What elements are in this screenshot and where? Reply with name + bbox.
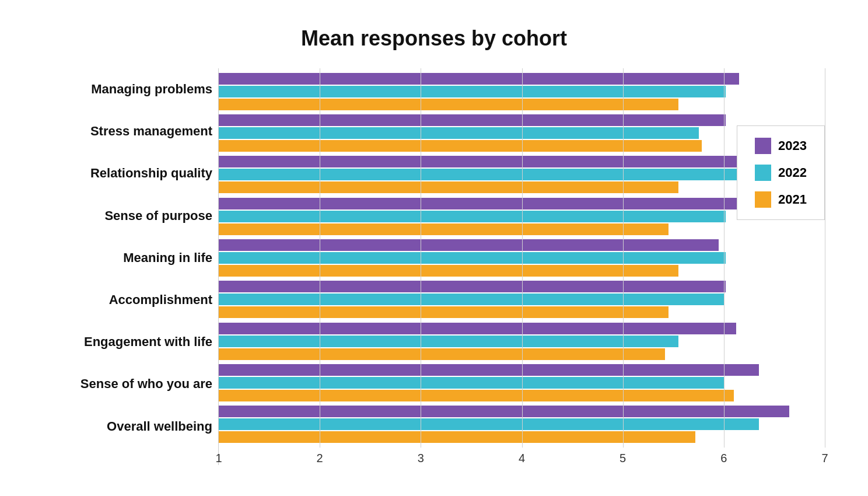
y-label: Accomplishment (43, 279, 212, 321)
bar-2022 (219, 211, 726, 222)
legend-item-2023: 2023 (755, 138, 807, 154)
bar-2021 (219, 99, 678, 110)
bar-2022 (219, 418, 759, 430)
grid-line (724, 68, 724, 448)
bar-2022 (219, 336, 678, 347)
bar-2021 (219, 306, 668, 318)
bar-2023 (219, 198, 744, 209)
x-tick: 3 (418, 452, 424, 465)
legend-swatch (755, 138, 771, 154)
x-tick: 4 (519, 452, 525, 465)
bar-2023 (219, 239, 719, 251)
bar-2023 (219, 364, 759, 376)
bar-2022 (219, 252, 726, 264)
y-label: Meaning in life (43, 237, 212, 279)
legend-label: 2023 (778, 138, 807, 153)
bar-2021 (219, 223, 668, 235)
bar-2023 (219, 73, 739, 85)
legend-swatch (755, 191, 771, 208)
bar-2023 (219, 281, 726, 292)
bar-2023 (219, 406, 789, 417)
x-tick: 6 (720, 452, 727, 465)
x-tick: 1 (215, 452, 222, 465)
legend-item-2022: 2022 (755, 165, 807, 181)
bar-2021 (219, 181, 678, 193)
y-labels: Managing problemsStress managementRelati… (43, 68, 218, 465)
bar-2023 (219, 114, 726, 126)
chart-title: Mean responses by cohort (43, 26, 825, 51)
y-label: Relationship quality (43, 152, 212, 194)
grid-line (522, 68, 523, 448)
grid-line (320, 68, 320, 448)
legend: 202320222021 (737, 125, 825, 220)
x-tick: 2 (317, 452, 323, 465)
bar-2021 (219, 348, 665, 360)
bar-2022 (219, 169, 759, 180)
bar-2022 (219, 86, 726, 97)
x-tick: 7 (821, 452, 828, 465)
chart-area: Managing problemsStress managementRelati… (43, 68, 825, 465)
bar-2021 (219, 431, 695, 443)
bar-2021 (219, 390, 734, 401)
bar-2021 (219, 140, 702, 152)
chart-container: Mean responses by cohort Managing proble… (32, 9, 836, 487)
y-label: Stress management (43, 110, 212, 152)
bar-2021 (219, 265, 678, 277)
bar-2023 (219, 323, 736, 334)
bar-2022 (219, 377, 724, 389)
grid-and-bars: 1234567 (218, 68, 825, 465)
y-label: Managing problems (43, 68, 212, 110)
plot-area: 1234567 (218, 68, 825, 465)
legend-label: 2022 (778, 165, 807, 180)
grid-line (421, 68, 421, 448)
bar-2022 (219, 127, 699, 139)
bar-2023 (219, 156, 789, 167)
legend-swatch (755, 165, 771, 181)
grid-line (623, 68, 624, 448)
x-tick: 5 (620, 452, 626, 465)
legend-label: 2021 (778, 192, 807, 207)
legend-item-2021: 2021 (755, 191, 807, 208)
y-label: Sense of who you are (43, 364, 212, 406)
bar-2022 (219, 294, 724, 305)
y-label: Overall wellbeing (43, 406, 212, 448)
y-label: Engagement with life (43, 321, 212, 363)
grid-line (825, 68, 825, 448)
y-label: Sense of purpose (43, 195, 212, 237)
